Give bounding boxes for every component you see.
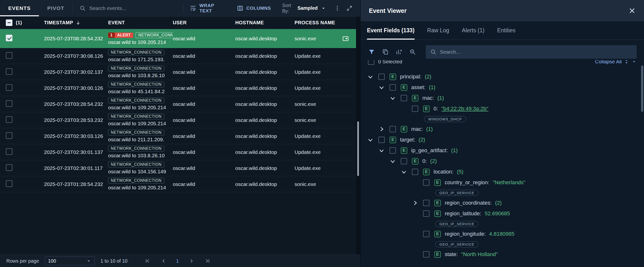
current-page-button[interactable]: 1: [176, 258, 179, 264]
events-scrollbar-thumb[interactable]: [357, 121, 359, 176]
table-row[interactable]: 2025-07-23T07:30:00.126 NETWORK_CONNECTI…: [0, 80, 360, 96]
row-checkbox[interactable]: [6, 68, 12, 75]
collapse-all-button[interactable]: Collapse All: [595, 60, 637, 65]
tree-field-row[interactable]: E state: "North Holland": [361, 249, 644, 260]
tab-events[interactable]: EVENTS: [0, 0, 39, 16]
filter-button[interactable]: [368, 48, 375, 56]
tree-checkbox[interactable]: [378, 73, 385, 80]
row-checkbox[interactable]: [6, 164, 12, 171]
row-checkbox[interactable]: [6, 132, 12, 139]
column-header-hostname[interactable]: HOSTNAME: [235, 20, 294, 25]
chevron-icon[interactable]: [412, 200, 418, 206]
table-row[interactable]: 2025-07-23T03:28:54.232 NETWORK_CONNECTI…: [0, 96, 360, 112]
tree-field-row[interactable]: E ip_geo_artifact: (1): [361, 145, 644, 156]
tree-field-row[interactable]: E 0: "b4:22:2b:49:3a:2b": [361, 103, 644, 114]
table-row[interactable]: 2025-07-23T07:30:02.137 NETWORK_CONNECTI…: [0, 64, 360, 80]
tree-checkbox[interactable]: [390, 126, 396, 132]
tree-field-row[interactable]: E mac: (1): [361, 124, 644, 134]
first-page-button[interactable]: [144, 258, 151, 264]
table-row[interactable]: 2025-07-23T02:30:01.137 NETWORK_CONNECTI…: [0, 144, 360, 160]
tree-field-row[interactable]: E target: (2): [361, 134, 644, 145]
tree-field-row[interactable]: E 0: (2): [361, 156, 644, 167]
field-value[interactable]: "North Holland": [461, 251, 498, 258]
row-checkbox[interactable]: [6, 84, 12, 91]
tree-badge-row: WINDOWS_DHCP: [361, 114, 644, 124]
chevron-icon[interactable]: [367, 137, 374, 143]
tree-checkbox[interactable]: [423, 231, 430, 237]
udm-search-button[interactable]: [409, 48, 416, 55]
copy-button[interactable]: [382, 48, 389, 55]
table-row[interactable]: 2025-07-23T07:30:08.126 NETWORK_CONNECTI…: [0, 48, 360, 64]
next-page-button[interactable]: [188, 258, 195, 264]
tree-checkbox[interactable]: [390, 84, 396, 90]
tree-checkbox[interactable]: [423, 251, 430, 258]
tree-checkbox[interactable]: [412, 106, 418, 112]
field-value[interactable]: 4.8180985: [489, 231, 514, 237]
tree-field-row[interactable]: E region_coordinates: (2): [361, 198, 644, 208]
tab-raw-log[interactable]: Raw Log: [427, 21, 449, 39]
select-all-checkbox[interactable]: [6, 19, 12, 26]
add-to-chart-button[interactable]: [396, 48, 402, 55]
tree-checkbox[interactable]: [401, 95, 407, 101]
table-row[interactable]: 2025-07-23T02:30:03.126 NETWORK_CONNECTI…: [0, 128, 360, 144]
chevron-icon[interactable]: [378, 147, 385, 154]
tree-checkbox[interactable]: [423, 211, 430, 217]
chevron-icon[interactable]: [367, 73, 374, 80]
chevron-icon[interactable]: [378, 84, 385, 90]
column-header-event[interactable]: EVENT: [108, 20, 173, 25]
columns-button[interactable]: COLUMNS: [230, 0, 277, 16]
tree-checkbox[interactable]: [412, 169, 418, 175]
tree-field-row[interactable]: E region_latitude: 52.690685: [361, 208, 644, 219]
tree-field-row[interactable]: E principal: (2): [361, 71, 644, 82]
tree-checkbox[interactable]: [423, 200, 430, 206]
field-value[interactable]: "b4:22:2b:49:3a:2b": [441, 106, 488, 112]
tree-checkbox[interactable]: [423, 179, 430, 186]
previous-page-button[interactable]: [160, 258, 167, 264]
field-value[interactable]: "Netherlands": [492, 179, 525, 186]
chevron-icon[interactable]: [378, 126, 385, 132]
tab-pivot[interactable]: PIVOT: [39, 0, 72, 16]
event-field-icon: E: [434, 251, 441, 258]
expand-button[interactable]: [343, 0, 356, 16]
tab-entities[interactable]: Entities: [497, 21, 516, 39]
table-row[interactable]: 2025-07-23T03:28:53.232 NETWORK_CONNECTI…: [0, 112, 360, 128]
chevron-icon[interactable]: [390, 158, 396, 164]
tab-event-fields[interactable]: Event Fields (133): [367, 21, 414, 39]
select-all-fields-checkbox[interactable]: [368, 60, 374, 65]
row-checkbox[interactable]: [6, 148, 12, 155]
table-row[interactable]: 2025-07-23T02:30:01.117 NETWORK_CONNECTI…: [0, 160, 360, 176]
more-options-button[interactable]: [331, 0, 343, 16]
field-value[interactable]: 52.690685: [484, 211, 510, 217]
tree-checkbox[interactable]: [401, 158, 407, 164]
events-scrollbar-track[interactable]: [356, 16, 360, 255]
wrap-text-button[interactable]: WRAP TEXT: [184, 0, 230, 16]
close-button[interactable]: [628, 7, 636, 14]
tree-field-row[interactable]: E region_longitude: 4.8180985: [361, 229, 644, 239]
tree-checkbox[interactable]: [390, 147, 396, 154]
chevron-icon[interactable]: [401, 169, 407, 175]
column-header-timestamp[interactable]: TIMESTAMP: [44, 20, 108, 25]
events-search-input[interactable]: [89, 5, 176, 11]
tree-field-row[interactable]: E country_or_region: "Netherlands": [361, 177, 644, 188]
sort-by-dropdown[interactable]: Sort By: Sampled: [277, 0, 331, 16]
row-checkbox[interactable]: [6, 116, 12, 123]
tree-field-row[interactable]: E location: (5): [361, 167, 644, 177]
tree-field-row[interactable]: E mac: (1): [361, 93, 644, 103]
table-row[interactable]: 2025-07-23T01:28:54.232 NETWORK_CONNECTI…: [0, 176, 360, 192]
chevron-icon[interactable]: [390, 95, 396, 101]
last-page-button[interactable]: [204, 258, 211, 264]
tree-checkbox[interactable]: [378, 137, 385, 143]
table-row[interactable]: 2025-07-23T08:28:54.232 1 ALERT NETWORK_…: [0, 29, 360, 48]
rows-per-page-select[interactable]: 100: [45, 257, 95, 265]
tree-field-row[interactable]: E asset: (1): [361, 82, 644, 93]
column-header-user[interactable]: USER: [173, 20, 235, 25]
row-checkbox[interactable]: [6, 100, 12, 107]
row-checkbox[interactable]: [6, 52, 12, 59]
tab-alerts[interactable]: Alerts (1): [462, 21, 484, 39]
row-checkbox[interactable]: [6, 180, 12, 187]
fields-scrollbar-thumb[interactable]: [641, 65, 643, 112]
field-search-input[interactable]: [440, 49, 632, 55]
column-header-process-name[interactable]: PROCESS NAME: [294, 20, 360, 25]
open-event-icon[interactable]: [342, 36, 349, 41]
row-checkbox[interactable]: [6, 35, 12, 41]
